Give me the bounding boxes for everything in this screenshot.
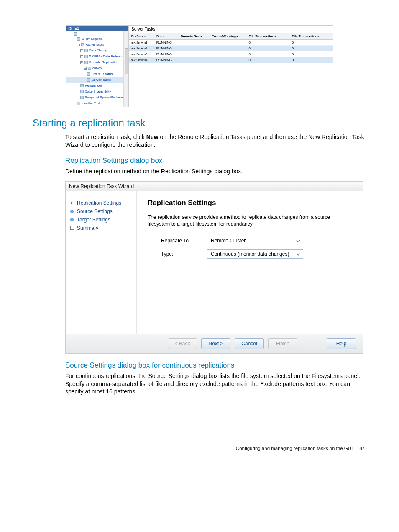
folder-icon: [77, 37, 80, 41]
expand-icon[interactable]: [80, 55, 83, 58]
table-cell: 0: [290, 57, 333, 63]
wizard-step[interactable]: Summary: [70, 224, 132, 232]
tree-item[interactable]: Inactive Tasks: [66, 100, 128, 106]
dot-icon: [70, 209, 74, 213]
folder-icon: [87, 78, 90, 82]
column-header[interactable]: State: [154, 33, 179, 40]
wizard-step[interactable]: Source Settings: [70, 207, 132, 216]
subsection-heading: Replication Settings dialog box: [65, 157, 366, 165]
wizard-step[interactable]: Replication Settings: [70, 199, 132, 207]
tree-item-label: Rebalancer: [85, 83, 102, 88]
type-select[interactable]: Continuous (monitor data changes): [207, 249, 303, 259]
tree-item[interactable]: Scheduled Tasks: [66, 106, 128, 107]
table-title: Server Tasks: [129, 26, 333, 33]
server-tasks-table: On ServerStateDomain ScanErrors/Warnings…: [129, 33, 333, 63]
tree-item[interactable]: −cm-25: [66, 65, 128, 71]
subsection-paragraph: Define the replication method on the Rep…: [65, 167, 366, 175]
tree-item-label: Inactive Tasks: [82, 101, 102, 106]
wizard-step[interactable]: Target Settings: [70, 216, 132, 224]
tree-item-label: Remote Replication: [89, 60, 118, 65]
expand-icon[interactable]: [80, 49, 83, 52]
folder-icon: [77, 102, 80, 105]
bold-text: New: [146, 134, 159, 140]
tree-item[interactable]: Server Tasks: [66, 77, 128, 83]
table-cell: 0: [290, 51, 333, 57]
wizard-nav: Replication SettingsSource SettingsTarge…: [66, 191, 137, 334]
wizard-main-panel: Replication Settings The replication ser…: [137, 191, 363, 334]
column-header[interactable]: File Transactions ...: [247, 33, 290, 40]
column-header[interactable]: On Server: [129, 33, 154, 40]
tree-item[interactable]: Overall Status: [66, 71, 128, 77]
navigation-tree: t3_fs1 Client Exports−Active TasksData T…: [66, 26, 129, 107]
scrollbar[interactable]: [123, 31, 128, 107]
finish-button: Finish: [268, 338, 297, 349]
tree-item[interactable]: Client Exports: [66, 36, 128, 42]
table-cell: [210, 57, 247, 63]
page-number: 187: [357, 446, 365, 451]
tree-header: t3_fs1: [66, 26, 128, 31]
help-button[interactable]: Help: [327, 338, 356, 349]
folder-icon: [84, 49, 88, 52]
column-header[interactable]: Errors/Warnings: [210, 33, 247, 40]
dot-icon: [70, 218, 74, 222]
folder-icon: [88, 67, 91, 70]
table-row[interactable]: mxr3mvm3RUNNING00: [129, 51, 333, 57]
tree-item[interactable]: WORM / Data Retention: [66, 54, 128, 59]
folder-icon: [74, 32, 77, 36]
expand-icon[interactable]: −: [84, 67, 87, 70]
table-cell: 0: [247, 51, 290, 57]
tree-item[interactable]: −Active Tasks: [66, 42, 128, 48]
replicate-to-label: Replicate To:: [161, 238, 207, 244]
tree-item-label: Server Tasks: [92, 77, 111, 82]
table-cell: RUNNING: [154, 46, 179, 51]
footer-text: Configuring and managing replication tas…: [236, 446, 353, 451]
table-cell: mxr3mvm2: [129, 46, 154, 51]
table-cell: 0: [290, 46, 333, 51]
table-cell: mxr3mvm3: [129, 51, 154, 57]
subsection-paragraph: For continuous replications, the Source …: [65, 372, 366, 396]
table-cell: [210, 40, 247, 46]
list-icon: [70, 226, 74, 230]
expand-icon[interactable]: −: [77, 44, 80, 46]
expand-icon[interactable]: −: [80, 61, 83, 64]
tree-item[interactable]: Case Insensitivity: [66, 89, 128, 95]
tree-item[interactable]: [66, 32, 128, 36]
arrow-icon: [70, 201, 74, 205]
chevron-down-icon: [295, 238, 302, 244]
section-heading: Starting a replication task: [33, 117, 366, 129]
table-cell: [179, 40, 210, 46]
table-row[interactable]: mxr3mvm4RUNNING00: [129, 57, 333, 63]
folder-icon: [84, 61, 88, 64]
select-value: Remote Cluster: [211, 238, 246, 244]
folder-icon: [84, 55, 88, 58]
tree-item[interactable]: Rebalancer: [66, 83, 128, 89]
subsection-heading: Source Settings dialog box for continuou…: [65, 361, 366, 370]
tree-item[interactable]: Data Tiering: [66, 48, 128, 54]
tree-item[interactable]: Snapshot Space Reclamation: [66, 95, 128, 100]
folder-icon: [80, 84, 84, 87]
tree-item-label: Overall Status: [92, 72, 113, 77]
next-button[interactable]: Next >: [201, 338, 230, 349]
table-row[interactable]: mxr3mvm1RUNNING00: [129, 40, 333, 46]
tree-item-label: Data Tiering: [89, 48, 107, 53]
folder-icon: [80, 96, 84, 99]
column-header[interactable]: File Transactions ...: [290, 33, 333, 40]
replicate-to-select[interactable]: Remote Cluster: [207, 236, 303, 245]
tree-item[interactable]: −Remote Replication: [66, 59, 128, 65]
section-paragraph: To start a replication task, click New o…: [65, 133, 366, 149]
chevron-down-icon: [295, 251, 302, 258]
cancel-button[interactable]: Cancel: [235, 338, 264, 349]
column-header[interactable]: Domain Scan: [179, 33, 210, 40]
panel-heading: Replication Settings: [148, 199, 352, 207]
table-cell: [179, 46, 210, 51]
tree-item-label: WORM / Data Retention: [89, 54, 125, 59]
wizard-step-label: Summary: [77, 225, 98, 231]
wizard-title: New Replication Task Wizard: [66, 182, 363, 191]
server-tasks-screenshot: t3_fs1 Client Exports−Active TasksData T…: [66, 25, 333, 107]
table-cell: 0: [247, 40, 290, 46]
tree-item-label: Active Tasks: [86, 42, 104, 47]
table-cell: 0: [290, 40, 333, 46]
table-cell: RUNNING: [154, 40, 179, 46]
table-row[interactable]: mxr3mvm2RUNNING00: [129, 46, 333, 51]
wizard-step-label: Target Settings: [77, 217, 110, 223]
